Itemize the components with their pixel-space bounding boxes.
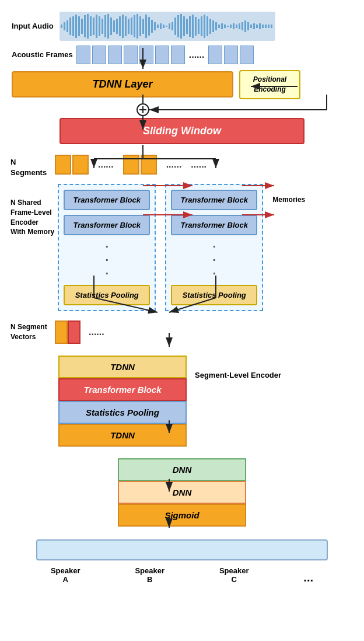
segment-block [141, 155, 157, 175]
vectors-dots: ...... [89, 327, 104, 337]
speaker-b-label: SpeakerB [135, 566, 164, 584]
speaker-dots-label: ... [303, 566, 313, 584]
speaker-a-label: SpeakerA [51, 566, 80, 584]
svg-rect-33 [154, 22, 156, 30]
speaker-c-label: SpeakerC [219, 566, 249, 584]
sigmoid-block: Sigmoid [118, 504, 246, 527]
acoustic-dots: ...... [189, 50, 205, 60]
segment-block [72, 155, 89, 175]
svg-rect-45 [189, 16, 191, 37]
tdnn-layer-box: TDNN Layer [12, 71, 233, 97]
input-audio-label: Input Audio [12, 21, 54, 32]
svg-rect-34 [157, 25, 159, 28]
svg-rect-71 [265, 25, 267, 28]
svg-rect-68 [256, 25, 258, 28]
encoder-column-2: Transformer Block Transformer Block ··· … [165, 184, 263, 311]
n-vectors-label: N SegmentVectors [10, 322, 51, 342]
svg-rect-19 [113, 20, 115, 32]
svg-rect-14 [99, 16, 100, 36]
svg-rect-40 [174, 18, 176, 35]
segment-encoder-label: Segment-Level Encoder [195, 356, 281, 381]
svg-rect-1 [61, 25, 62, 28]
svg-rect-49 [201, 16, 202, 36]
svg-rect-9 [84, 15, 86, 37]
stats-pooling-1: Statistics Pooling [64, 285, 150, 305]
svg-rect-30 [145, 15, 147, 38]
frame-block [240, 46, 254, 64]
svg-rect-72 [268, 25, 270, 28]
segment-encoder-column: TDNN Transformer Block Statistics Poolin… [58, 356, 187, 447]
memories-label: Memories [272, 196, 305, 204]
svg-rect-63 [242, 22, 243, 30]
seg-transformer-block: Transformer Block [58, 378, 187, 401]
svg-rect-35 [160, 23, 162, 29]
svg-rect-42 [180, 14, 182, 39]
segment-dots: ...... [98, 159, 114, 170]
svg-rect-3 [66, 20, 68, 32]
transformer-block-2a: Transformer Block [171, 190, 257, 210]
svg-rect-65 [247, 22, 249, 30]
svg-rect-41 [177, 15, 179, 37]
dnn-block-1: DNN [118, 458, 246, 481]
output-bar [36, 539, 328, 560]
svg-rect-56 [221, 23, 223, 29]
svg-rect-47 [195, 17, 197, 36]
frame-block [76, 46, 90, 64]
frame-block [139, 46, 153, 64]
svg-rect-26 [134, 15, 135, 37]
vector-block-orange [55, 320, 68, 344]
svg-rect-13 [96, 15, 97, 38]
svg-rect-16 [104, 15, 106, 37]
svg-rect-8 [81, 19, 83, 34]
svg-rect-67 [253, 23, 255, 29]
acoustic-frames-section: Acoustic Frames ...... [0, 41, 364, 64]
transformer-block-1b: Transformer Block [64, 215, 150, 235]
svg-rect-48 [198, 19, 200, 34]
svg-rect-7 [78, 16, 80, 36]
waveform [60, 12, 275, 41]
svg-rect-2 [64, 22, 65, 30]
frame-block [108, 46, 122, 64]
svg-rect-36 [163, 25, 164, 28]
svg-rect-22 [122, 15, 124, 38]
svg-rect-70 [262, 25, 264, 28]
transformer-block-1a: Transformer Block [64, 190, 150, 210]
svg-rect-20 [116, 19, 118, 34]
svg-rect-38 [169, 23, 170, 29]
svg-rect-44 [186, 19, 188, 34]
svg-rect-50 [204, 15, 205, 38]
svg-rect-52 [209, 19, 211, 34]
n-segments-label: NSegments [10, 155, 51, 178]
column-1-dots: ··· [64, 240, 150, 280]
svg-rect-55 [218, 25, 220, 28]
encoder-label: N SharedFrame-LevelEncoderWith Memory [10, 184, 54, 237]
svg-rect-23 [125, 16, 127, 36]
svg-rect-11 [90, 16, 92, 36]
svg-rect-69 [259, 23, 261, 29]
svg-rect-15 [102, 19, 103, 34]
frame-block [124, 46, 138, 64]
svg-rect-39 [172, 22, 173, 30]
segment-dots-3: ...... [191, 159, 206, 170]
dnn-column: DNN DNN Sigmoid [118, 458, 246, 527]
seg-tdnn-bottom: TDNN [58, 424, 187, 447]
svg-rect-43 [183, 16, 185, 36]
svg-rect-51 [206, 16, 208, 36]
svg-rect-6 [75, 15, 77, 38]
svg-rect-28 [139, 16, 141, 36]
svg-rect-17 [107, 14, 109, 39]
svg-rect-61 [236, 25, 237, 28]
seg-tdnn-top: TDNN [58, 356, 187, 378]
svg-rect-27 [136, 14, 138, 39]
dnn-block-2: DNN [118, 481, 246, 504]
svg-rect-24 [128, 19, 130, 34]
frame-block [208, 46, 222, 64]
segment-block [123, 155, 139, 175]
svg-rect-4 [69, 18, 71, 35]
svg-rect-31 [148, 17, 150, 36]
stats-pooling-2: Statistics Pooling [171, 285, 257, 305]
segment-block [55, 155, 71, 175]
column-2-dots: ··· [171, 240, 257, 280]
frame-block [224, 46, 238, 64]
positional-encoding-box: Positional Encoding [239, 70, 300, 99]
